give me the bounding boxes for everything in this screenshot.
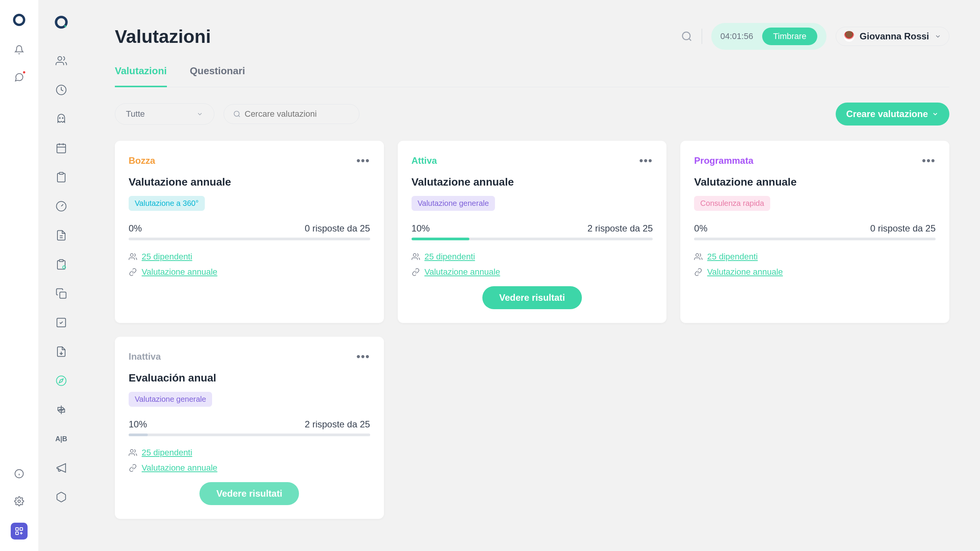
- card-menu-icon[interactable]: •••: [639, 155, 653, 167]
- svg-rect-3: [20, 528, 23, 530]
- responses-text: 2 risposte da 25: [588, 223, 653, 234]
- view-results-button[interactable]: Vedere risultati: [482, 286, 582, 309]
- card-menu-icon[interactable]: •••: [356, 155, 370, 167]
- megaphone-icon[interactable]: [55, 461, 68, 474]
- tab-1[interactable]: Questionari: [190, 65, 245, 87]
- svg-rect-13: [60, 292, 66, 298]
- doc-icon[interactable]: [55, 229, 68, 242]
- apps-grid-button[interactable]: [11, 523, 28, 540]
- calendar-icon[interactable]: [55, 142, 68, 155]
- mini-sidebar: [0, 0, 38, 551]
- filter-select[interactable]: Tutte: [115, 103, 214, 125]
- status-label: Bozza: [129, 155, 155, 166]
- settings-icon[interactable]: [13, 495, 25, 507]
- employees-link[interactable]: 25 dipendenti: [425, 252, 475, 262]
- evaluation-link[interactable]: Valutazione annuale: [142, 463, 217, 473]
- progress-pct: 0%: [694, 223, 707, 234]
- filter-value: Tutte: [126, 109, 145, 119]
- clock-icon[interactable]: [55, 83, 68, 96]
- compass-icon[interactable]: [55, 374, 68, 387]
- main-content: Valutazioni 04:01:56 Timbrare Giovanna R…: [84, 0, 980, 551]
- product-logo: [11, 11, 28, 28]
- responses-text: 0 risposte da 25: [305, 223, 370, 234]
- users-icon: [694, 253, 702, 261]
- copy-icon[interactable]: [55, 287, 68, 300]
- status-label: Inattiva: [129, 351, 161, 362]
- evaluation-card: Bozza ••• Valutazione annuale Valutazion…: [115, 141, 384, 323]
- svg-rect-11: [59, 260, 63, 262]
- type-chip: Valutazione a 360°: [129, 196, 205, 211]
- employees-link[interactable]: 25 dipendenti: [142, 448, 192, 458]
- search-field[interactable]: [224, 104, 359, 124]
- user-menu[interactable]: Giovanna Rossi: [836, 27, 949, 46]
- progress-pct: 10%: [412, 223, 430, 234]
- svg-point-7: [62, 118, 63, 119]
- evaluation-card: Programmata ••• Valutazione annuale Cons…: [680, 141, 949, 323]
- progress-pct: 10%: [129, 419, 147, 430]
- info-icon[interactable]: [13, 468, 25, 480]
- clipboard-icon[interactable]: [55, 171, 68, 184]
- chat-icon[interactable]: [13, 71, 25, 83]
- svg-point-6: [59, 118, 60, 119]
- file-export-icon[interactable]: [55, 345, 68, 358]
- user-name: Giovanna Rossi: [860, 31, 929, 42]
- clock-in-button[interactable]: Timbrare: [762, 28, 817, 45]
- svg-point-15: [57, 376, 66, 386]
- status-label: Attiva: [412, 155, 437, 166]
- module-sidebar: A|B: [38, 0, 84, 551]
- card-menu-icon[interactable]: •••: [356, 350, 370, 363]
- svg-rect-2: [16, 528, 18, 530]
- tab-0[interactable]: Valutazioni: [115, 65, 167, 87]
- bell-icon[interactable]: [13, 44, 25, 56]
- users-icon: [129, 253, 137, 261]
- search-icon[interactable]: [681, 31, 693, 42]
- evaluation-card: Attiva ••• Valutazione annuale Valutazio…: [398, 141, 667, 323]
- progress-bar: [412, 238, 653, 240]
- page-title: Valutazioni: [115, 26, 211, 47]
- users-icon[interactable]: [55, 54, 68, 67]
- gauge-icon[interactable]: [55, 200, 68, 213]
- type-chip: Valutazione generale: [129, 392, 212, 407]
- card-title: Valutazione annuale: [129, 176, 370, 188]
- responses-text: 0 risposte da 25: [870, 223, 936, 234]
- timer-text: 04:01:56: [720, 31, 753, 41]
- timer-pill: 04:01:56 Timbrare: [711, 23, 826, 50]
- type-chip: Valutazione generale: [412, 196, 495, 211]
- view-results-button[interactable]: Vedere risultati: [199, 482, 299, 505]
- card-menu-icon[interactable]: •••: [922, 155, 936, 167]
- module-logo: [53, 14, 70, 31]
- svg-point-1: [18, 500, 21, 503]
- signpost-icon[interactable]: [55, 403, 68, 416]
- create-button[interactable]: Creare valutazione: [836, 103, 949, 126]
- ghost-icon[interactable]: [55, 112, 68, 126]
- progress-pct: 0%: [129, 223, 142, 234]
- ab-icon[interactable]: A|B: [55, 432, 68, 445]
- clipboard-check-icon[interactable]: [55, 258, 68, 271]
- link-icon: [694, 268, 702, 276]
- checkbox-icon[interactable]: [55, 316, 68, 329]
- svg-point-16: [683, 32, 690, 40]
- type-chip: Consulenza rapida: [694, 196, 770, 211]
- svg-point-17: [234, 111, 239, 116]
- search-input[interactable]: [245, 109, 350, 119]
- divider: [702, 29, 702, 44]
- chevron-down-icon: [934, 33, 941, 40]
- users-icon: [129, 448, 137, 457]
- evaluation-link[interactable]: Valutazione annuale: [425, 267, 500, 277]
- employees-link[interactable]: 25 dipendenti: [707, 252, 758, 262]
- employees-link[interactable]: 25 dipendenti: [142, 252, 192, 262]
- hexagon-icon[interactable]: [55, 491, 68, 504]
- chevron-down-icon: [196, 111, 203, 117]
- svg-rect-4: [16, 532, 18, 535]
- evaluation-link[interactable]: Valutazione annuale: [707, 267, 783, 277]
- card-title: Valutazione annuale: [412, 176, 653, 188]
- link-icon: [129, 268, 137, 276]
- progress-bar: [129, 434, 370, 436]
- svg-rect-8: [57, 144, 66, 153]
- evaluation-link[interactable]: Valutazione annuale: [142, 267, 217, 277]
- link-icon: [129, 464, 137, 472]
- progress-bar: [694, 238, 936, 240]
- chevron-down-icon: [932, 111, 939, 117]
- progress-bar: [129, 238, 370, 240]
- search-icon: [233, 110, 241, 118]
